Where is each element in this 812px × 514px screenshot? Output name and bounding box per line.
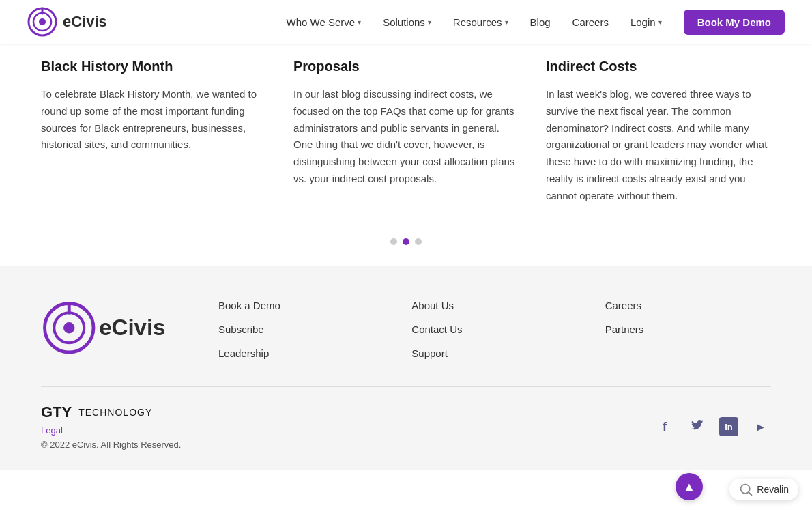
legal-link[interactable]: Legal	[41, 425, 181, 436]
footer-top: eCivis Book a Demo Subscribe Leadership …	[41, 300, 771, 359]
footer-link-contact-us[interactable]: Contact Us	[411, 324, 577, 335]
svg-point-6	[63, 322, 75, 334]
carousel-dot[interactable]	[415, 238, 422, 245]
footer-logo-col: eCivis	[41, 300, 191, 359]
nav-login[interactable]: Login ▾	[622, 11, 670, 33]
carousel-dot-active[interactable]	[403, 238, 409, 245]
book-demo-button[interactable]: Book My Demo	[684, 10, 785, 35]
nav-careers[interactable]: Careers	[564, 11, 617, 33]
svg-text:eCivis: eCivis	[99, 315, 165, 341]
logo-text: eCivis	[63, 13, 107, 31]
svg-point-2	[39, 18, 46, 25]
chevron-down-icon: ▾	[358, 18, 361, 26]
logo[interactable]: eCivis	[27, 7, 107, 37]
blog-card-excerpt: To celebrate Black History Month, we wan…	[41, 86, 266, 154]
blog-card-title: Indirect Costs	[546, 57, 771, 75]
blog-card-excerpt: In our last blog discussing indirect cos…	[293, 86, 519, 188]
carousel-dot[interactable]	[390, 238, 397, 245]
facebook-icon[interactable]: f	[654, 416, 676, 438]
linkedin-icon[interactable]: in	[719, 417, 738, 436]
social-icons: f in ▶	[654, 416, 771, 438]
chevron-down-icon: ▾	[658, 18, 662, 26]
footer-bottom-left: GTY TECHNOLOGY Legal © 2022 eCivis. All …	[41, 403, 181, 450]
main-content: Black History Month To celebrate Black H…	[0, 0, 812, 470]
nav-who-we-serve[interactable]: Who We Serve ▾	[278, 11, 370, 33]
footer-link-partners[interactable]: Partners	[605, 324, 771, 335]
footer-col-2: About Us Contact Us Support	[411, 300, 577, 359]
nav-blog[interactable]: Blog	[522, 11, 559, 33]
copyright-text: © 2022 eCivis. All Rights Reserved.	[41, 440, 181, 450]
blog-card-title: Proposals	[293, 57, 519, 75]
footer-divider	[41, 386, 771, 387]
carousel-dots	[0, 231, 812, 266]
youtube-icon[interactable]: ▶	[749, 416, 771, 438]
footer-link-book-demo[interactable]: Book a Demo	[218, 300, 384, 311]
footer-link-subscribe[interactable]: Subscribe	[218, 324, 384, 335]
footer-link-leadership[interactable]: Leadership	[218, 347, 384, 359]
blog-card: Indirect Costs In last week's blog, we c…	[546, 57, 771, 204]
blog-card: Proposals In our last blog discussing in…	[293, 57, 519, 204]
header: eCivis Who We Serve ▾ Solutions ▾ Resour…	[0, 0, 812, 44]
footer-logo: eCivis	[41, 300, 191, 356]
footer-col-1: Book a Demo Subscribe Leadership	[218, 300, 384, 359]
chevron-down-icon: ▾	[505, 18, 508, 26]
blog-card-excerpt: In last week's blog, we covered three wa…	[546, 86, 771, 204]
footer-link-careers[interactable]: Careers	[605, 300, 771, 311]
blog-card-title: Black History Month	[41, 57, 266, 75]
blog-card: Black History Month To celebrate Black H…	[41, 57, 266, 204]
twitter-icon[interactable]	[686, 416, 708, 438]
nav-resources[interactable]: Resources ▾	[445, 11, 517, 33]
footer-link-about-us[interactable]: About Us	[411, 300, 577, 311]
footer: eCivis Book a Demo Subscribe Leadership …	[0, 266, 812, 470]
blog-cards-section: Black History Month To celebrate Black H…	[0, 44, 812, 231]
chevron-down-icon: ▾	[428, 18, 431, 26]
gty-logo: GTY TECHNOLOGY	[41, 403, 181, 421]
nav-solutions[interactable]: Solutions ▾	[375, 11, 439, 33]
footer-link-support[interactable]: Support	[411, 347, 577, 359]
footer-col-3: Careers Partners	[605, 300, 771, 359]
gty-tech-text: TECHNOLOGY	[78, 407, 152, 418]
main-nav: Who We Serve ▾ Solutions ▾ Resources ▾ B…	[278, 10, 785, 35]
footer-bottom: GTY TECHNOLOGY Legal © 2022 eCivis. All …	[41, 403, 771, 450]
gty-bold-text: GTY	[41, 403, 72, 421]
